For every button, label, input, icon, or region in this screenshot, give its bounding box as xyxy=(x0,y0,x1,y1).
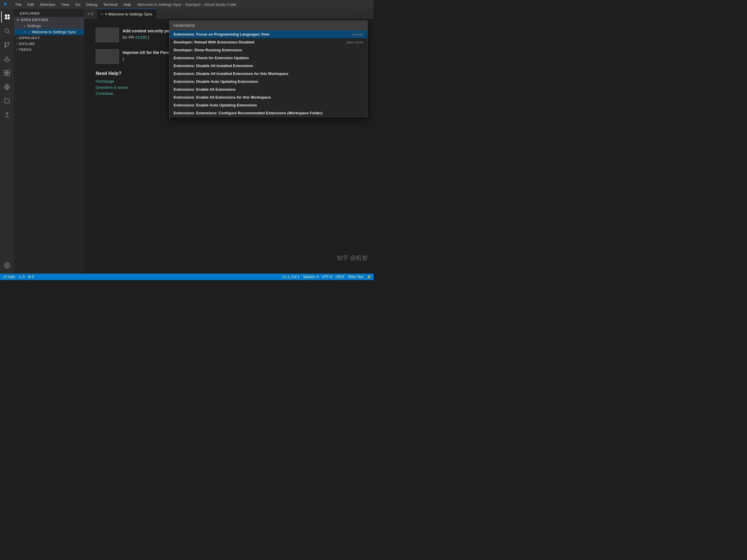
activity-bar xyxy=(0,9,14,273)
command-item-enable-auto-update[interactable]: Extensions: Enable Auto Updating Extensi… xyxy=(170,101,367,109)
svg-rect-10 xyxy=(4,70,7,73)
command-item-focus-languages[interactable]: Extensions: Focus on Programming Languag… xyxy=(170,30,367,38)
chevron-down-icon: ▼ xyxy=(16,18,20,22)
tab-settings[interactable]: ≡ S xyxy=(84,9,97,19)
command-item-label: Extensions: Disable All Installed Extens… xyxy=(174,63,253,68)
activity-source-control[interactable] xyxy=(1,39,13,51)
svg-rect-0 xyxy=(5,15,7,17)
command-item-meta: other comm xyxy=(346,41,363,44)
svg-rect-11 xyxy=(7,70,10,73)
activity-remote[interactable] xyxy=(1,81,13,93)
menu-help[interactable]: Help xyxy=(121,2,134,7)
command-item-configure-recommended[interactable]: Extensions: Extensions: Configure Recomm… xyxy=(170,109,367,117)
command-palette-input[interactable] xyxy=(170,21,367,30)
command-item-reload-disabled[interactable]: Developer: Reload With Extensions Disabl… xyxy=(170,38,367,46)
svg-rect-13 xyxy=(7,73,10,76)
activity-file-manager[interactable] xyxy=(1,95,13,107)
sidebar-item-todos[interactable]: › TODOS xyxy=(14,47,84,53)
command-item-label: Extensions: Enable Auto Updating Extensi… xyxy=(174,103,257,107)
menu-go[interactable]: Go xyxy=(73,2,83,7)
main-layout: EXPLORER ▼ OPEN EDITORS ≡ Settings ✕ ≡ W… xyxy=(0,9,374,273)
command-item-disable-all[interactable]: Extensions: Disable All Installed Extens… xyxy=(170,62,367,70)
status-encoding: UTF-8 xyxy=(322,275,332,279)
file-icon: ≡ xyxy=(28,30,30,34)
command-item-show-running[interactable]: Developer: Show Running Extensions xyxy=(170,46,367,54)
sidebar-header: EXPLORER xyxy=(14,9,84,17)
tab-label: ≡ Welcome to Settings Sync xyxy=(105,12,153,16)
open-editors-section: ▼ OPEN EDITORS ≡ Settings ✕ ≡ Welcome to… xyxy=(14,17,84,35)
command-palette: Extensions: Focus on Programming Languag… xyxy=(169,20,368,117)
command-item-label: Extensions: Focus on Programming Languag… xyxy=(174,32,269,36)
command-item-label: Developer: Show Running Extensions xyxy=(174,48,242,52)
menu-debug[interactable]: Debug xyxy=(84,2,100,7)
tab-welcome[interactable]: ✕ ≡ Welcome to Settings Sync xyxy=(97,9,156,19)
status-language: Plain Text xyxy=(348,275,363,279)
activity-settings[interactable] xyxy=(1,260,13,271)
command-item-disable-auto-update[interactable]: Extensions: Disable Auto Updating Extens… xyxy=(170,78,367,85)
command-item-label: Extensions: Enable All Extensions for th… xyxy=(174,95,271,100)
svg-rect-12 xyxy=(4,73,7,76)
close-icon[interactable]: ✕ xyxy=(23,30,26,34)
activity-git-tree[interactable] xyxy=(1,109,13,121)
activity-search[interactable] xyxy=(1,25,13,37)
tabs-bar: ≡ S ✕ ≡ Welcome to Settings Sync xyxy=(84,9,374,19)
svg-rect-3 xyxy=(7,17,10,19)
svg-line-5 xyxy=(8,32,10,33)
command-item-label: Extensions: Enable All Extensions xyxy=(174,87,236,91)
activity-extensions[interactable] xyxy=(1,67,13,79)
chevron-right-icon: › xyxy=(16,48,18,51)
chevron-right-icon: › xyxy=(16,36,18,40)
content-thumbnail-1 xyxy=(96,28,119,42)
open-editors-header[interactable]: ▼ OPEN EDITORS xyxy=(14,17,84,23)
command-item-check-updates[interactable]: Extensions: Check for Extension Updates xyxy=(170,54,367,62)
status-line-ending: CRLF xyxy=(336,275,344,279)
status-branch[interactable]: ⎇ main xyxy=(2,275,15,279)
menu-view[interactable]: View xyxy=(59,2,72,7)
status-position: Ln 1, Col 1 xyxy=(282,275,300,279)
titlebar: ✦ File Edit Selection View Go Debug Term… xyxy=(0,0,374,9)
menu-file[interactable]: File xyxy=(13,2,24,7)
menu-edit[interactable]: Edit xyxy=(25,2,36,7)
command-item-label: Extensions: Extensions: Configure Recomm… xyxy=(174,111,323,115)
svg-point-7 xyxy=(8,43,10,44)
tab-close-icon[interactable]: ✕ xyxy=(101,12,103,16)
content-thumbnail-2 xyxy=(96,49,119,64)
activity-debug[interactable] xyxy=(1,53,13,65)
sidebar: EXPLORER ▼ OPEN EDITORS ≡ Settings ✕ ≡ W… xyxy=(14,9,84,273)
command-item-enable-all[interactable]: Extensions: Enable All Extensions xyxy=(170,85,367,93)
command-item-label: Extensions: Disable All Installed Extens… xyxy=(174,72,288,76)
sidebar-item-32project[interactable]: › 32PROJECT xyxy=(14,35,84,41)
status-notification[interactable]: ⚡ xyxy=(367,275,371,279)
menu-terminal[interactable]: Terminal xyxy=(101,2,120,7)
command-item-disable-all-workspace[interactable]: Extensions: Disable All Installed Extens… xyxy=(170,70,367,78)
watermark: 知乎 @机智 xyxy=(337,254,368,262)
sidebar-item-outline[interactable]: › OUTLINE xyxy=(14,41,84,47)
command-item-meta: recently xyxy=(352,33,363,36)
svg-point-16 xyxy=(6,265,8,266)
editor-item-settings[interactable]: ≡ Settings xyxy=(14,23,84,29)
menu-bar: File Edit Selection View Go Debug Termin… xyxy=(13,2,133,7)
svg-rect-1 xyxy=(7,15,10,17)
vscode-logo: ✦ xyxy=(3,1,7,7)
command-item-enable-all-workspace[interactable]: Extensions: Enable All Extensions for th… xyxy=(170,93,367,101)
menu-selection[interactable]: Selection xyxy=(37,2,57,7)
command-item-label: Extensions: Disable Auto Updating Extens… xyxy=(174,79,258,84)
file-icon: ≡ xyxy=(23,24,25,28)
svg-point-6 xyxy=(5,43,6,44)
pr-1020-link[interactable]: #1020 xyxy=(135,35,147,40)
svg-rect-2 xyxy=(5,17,7,19)
svg-point-9 xyxy=(6,57,7,58)
activity-explorer[interactable] xyxy=(1,11,13,23)
status-errors: ⊗ 0 xyxy=(28,275,34,279)
window-title: Welcome to Settings Sync - 32project - V… xyxy=(137,2,236,7)
command-results: Extensions: Focus on Programming Languag… xyxy=(170,30,367,117)
svg-point-15 xyxy=(6,112,8,114)
command-item-label: Extensions: Check for Extension Updates xyxy=(174,56,249,60)
status-spaces: Spaces: 4 xyxy=(303,275,318,279)
editor-area: ≡ S ✕ ≡ Welcome to Settings Sync Extensi… xyxy=(84,9,374,273)
editor-item-welcome[interactable]: ✕ ≡ Welcome to Settings Sync xyxy=(14,29,84,35)
status-bar: ⎇ main ⚠ 0 ⊗ 0 Ln 1, Col 1 Spaces: 4 UTF… xyxy=(0,273,374,280)
tab-label: ≡ S xyxy=(87,12,93,16)
svg-point-4 xyxy=(5,29,9,33)
command-item-label: Developer: Reload With Extensions Disabl… xyxy=(174,40,254,44)
